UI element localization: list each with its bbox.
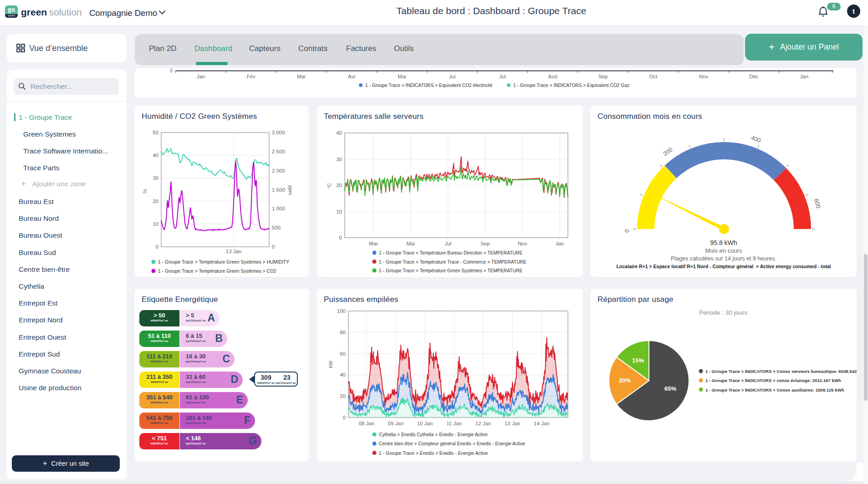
svg-text:°C: °C [327, 183, 332, 189]
svg-text:10: 10 [153, 221, 158, 227]
svg-text:14 Jan: 14 Jan [534, 421, 550, 426]
svg-text:1 - Groupe Trace > Température: 1 - Groupe Trace > Température Green Sys… [379, 268, 522, 273]
svg-text:0: 0 [623, 229, 630, 232]
svg-text:30: 30 [336, 157, 342, 162]
svg-text:50: 50 [153, 130, 158, 135]
svg-text:09 Jan: 09 Jan [388, 421, 404, 426]
svg-text:Jul: Jul [499, 74, 506, 79]
svg-text:12 Jan: 12 Jan [475, 421, 491, 426]
svg-text:Jan: Jan [556, 241, 564, 246]
svg-text:80: 80 [340, 330, 346, 335]
svg-text:1 - Groupe Trace > INDICATORS: 1 - Groupe Trace > INDICATORS > conso éc… [705, 378, 841, 383]
svg-text:Sep: Sep [598, 74, 608, 79]
svg-text:1 - Groupe Trace > Température: 1 - Groupe Trace > Température Green Sys… [158, 260, 289, 265]
svg-text:1 - Groupe Trace > Température: 1 - Groupe Trace > Température Green Sys… [158, 269, 276, 274]
svg-text:0: 0 [170, 68, 173, 73]
svg-text:Mar: Mar [369, 241, 378, 246]
svg-text:Cythelia > Enedis Cythelia > E: Cythelia > Enedis Cythelia > Enedis - En… [379, 432, 488, 437]
svg-text:1 - Groupe Trace > INDICATORS: 1 - Groupe Trace > INDICATORS > Conso au… [705, 387, 844, 392]
svg-text:13 Jan: 13 Jan [226, 249, 242, 254]
svg-text:Jan: Jan [197, 74, 205, 79]
svg-text:10: 10 [336, 209, 342, 214]
svg-text:1 - Groupe Trace > INDICATORS: 1 - Groupe Trace > INDICATORS > Equivale… [513, 83, 629, 88]
svg-text:1 - Groupe Trace > Température: 1 - Groupe Trace > Température Trace - C… [379, 260, 526, 265]
svg-text:Mar: Mar [297, 74, 306, 79]
svg-text:30: 30 [153, 175, 158, 181]
svg-text:Nov: Nov [699, 74, 709, 79]
svg-text:40: 40 [340, 372, 346, 377]
svg-text:400: 400 [750, 134, 761, 144]
svg-text:15%: 15% [632, 357, 644, 364]
svg-text:Periode : 30 jours: Periode : 30 jours [699, 309, 747, 316]
svg-text:0: 0 [343, 415, 346, 420]
svg-text:1 500: 1 500 [272, 187, 285, 193]
svg-text:Nov: Nov [518, 241, 527, 246]
svg-text:3 000: 3 000 [272, 130, 285, 135]
svg-text:Avr: Avr [348, 74, 356, 79]
svg-text:500: 500 [272, 225, 281, 230]
svg-text:20%: 20% [619, 377, 631, 384]
svg-text:600: 600 [813, 198, 822, 209]
svg-text:11 Jan: 11 Jan [446, 421, 462, 426]
svg-text:200: 200 [662, 146, 674, 158]
svg-text:Jui: Jui [449, 74, 456, 79]
svg-text:40: 40 [336, 130, 342, 136]
svg-text:Jul: Jul [444, 241, 451, 246]
svg-text:20: 20 [153, 199, 158, 204]
svg-text:1 - Groupe Trace > INDICATORS: 1 - Groupe Trace > INDICATORS > Conso se… [705, 369, 857, 374]
svg-text:1 - Groupe Trace > INDICATORS: 1 - Groupe Trace > INDICATORS > Equivale… [365, 83, 493, 88]
svg-text:kW: kW [328, 360, 333, 368]
svg-text:13 Jan: 13 Jan [505, 421, 521, 426]
svg-text:ppm: ppm [288, 185, 293, 195]
svg-text:0: 0 [156, 244, 158, 250]
svg-text:08 Jan: 08 Jan [358, 421, 374, 426]
svg-text:1 - Groupe Trace > Température: 1 - Groupe Trace > Température Bureau Di… [379, 250, 522, 255]
svg-text:Centre bien-être > Compteur gé: Centre bien-être > Compteur général Ened… [379, 441, 525, 446]
svg-text:100: 100 [337, 308, 346, 314]
svg-text:2 500: 2 500 [272, 149, 285, 154]
svg-text:Mai: Mai [407, 241, 415, 246]
svg-text:Jan: Jan [800, 74, 809, 79]
svg-text:Oct: Oct [649, 74, 658, 79]
svg-text:Fév: Fév [247, 74, 255, 79]
svg-text:20: 20 [336, 183, 342, 188]
svg-text:Mai: Mai [398, 74, 406, 79]
svg-text:65%: 65% [664, 385, 676, 392]
svg-text:1 000: 1 000 [272, 206, 285, 211]
svg-text:60: 60 [340, 351, 346, 357]
svg-text:Déc: Déc [749, 74, 759, 79]
svg-text:%: % [142, 189, 148, 194]
svg-text:Sep: Sep [480, 241, 490, 246]
svg-text:2 000: 2 000 [272, 168, 285, 173]
svg-text:Aoû: Aoû [548, 74, 557, 79]
svg-text:20: 20 [340, 393, 346, 399]
svg-text:1 - Groupe Trace > Enedis > En: 1 - Groupe Trace > Enedis > Enedis - Ene… [379, 451, 488, 456]
svg-text:10 Jan: 10 Jan [417, 421, 433, 426]
svg-text:40: 40 [153, 153, 158, 158]
svg-text:0: 0 [339, 235, 342, 240]
svg-text:0: 0 [272, 244, 275, 250]
